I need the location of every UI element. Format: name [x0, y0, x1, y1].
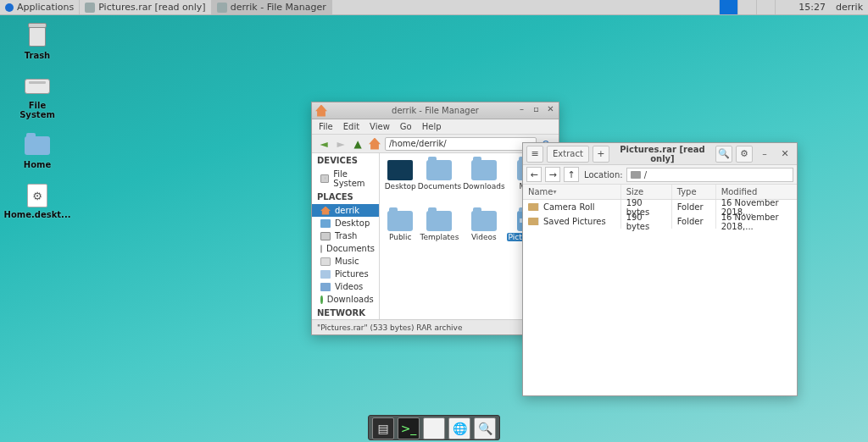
dock-web-browser[interactable]: 🌐: [448, 417, 470, 439]
col-size[interactable]: Size: [621, 185, 672, 199]
forward-button[interactable]: →: [545, 167, 560, 182]
sidebar-item-label: Desktop: [335, 218, 370, 228]
cell-name: Saved Pictures: [543, 217, 606, 226]
taskbar-item-filemanager[interactable]: derrik - File Manager: [212, 0, 332, 14]
settings-button[interactable]: ⚙: [736, 146, 753, 163]
folder-icon: [25, 136, 50, 155]
col-type[interactable]: Type: [672, 185, 716, 199]
desktop-icon-home-label: Home: [24, 160, 51, 169]
location-value: /home/derrik/: [389, 139, 447, 148]
dock-file-manager[interactable]: [423, 417, 445, 439]
menu-button[interactable]: ≡: [526, 146, 543, 163]
sidebar-item-pictures[interactable]: Pictures: [312, 268, 379, 280]
side-head-network: NETWORK: [312, 306, 379, 319]
desktop-icon-homedesktop[interactable]: Home.deskt...: [12, 183, 63, 219]
sidebar-item-filesystem[interactable]: File System: [312, 168, 379, 190]
add-button[interactable]: +: [593, 146, 609, 163]
applications-label: Applications: [17, 2, 74, 13]
sidebar-item-label: Music: [335, 257, 359, 266]
downloads-icon: [320, 296, 323, 304]
menu-edit[interactable]: Edit: [343, 122, 359, 131]
minimize-button[interactable]: –: [756, 146, 773, 163]
fm-sidebar: DEVICES File System PLACES derrik Deskto…: [312, 153, 380, 319]
desktop-icon-trash[interactable]: Trash: [12, 24, 63, 60]
menu-go[interactable]: Go: [400, 122, 412, 131]
menu-view[interactable]: View: [370, 122, 390, 131]
documents-icon: [320, 245, 322, 253]
trash-icon: [29, 26, 46, 47]
grid-item-label: Videos: [471, 233, 497, 241]
grid-item-label: Downloads: [463, 182, 504, 191]
music-icon: [320, 257, 331, 266]
grid-item-templates[interactable]: Templates: [418, 211, 461, 258]
workspace-switcher-1[interactable]: [719, 0, 737, 14]
close-button[interactable]: ✕: [546, 105, 555, 114]
forward-button[interactable]: ►: [334, 137, 348, 151]
folder-icon: [387, 160, 413, 180]
col-name[interactable]: Name: [523, 185, 621, 199]
desktop-icon-trash-label: Trash: [25, 51, 50, 60]
menu-file[interactable]: File: [319, 122, 333, 131]
up-button[interactable]: ▲: [351, 137, 364, 151]
user-label: derrik: [836, 2, 863, 13]
desktop-icon-filesystem-label: File System: [12, 101, 63, 119]
user-menu[interactable]: derrik: [831, 0, 868, 14]
taskbar-item-filemanager-label: derrik - File Manager: [231, 2, 326, 13]
dock-terminal[interactable]: >_: [398, 417, 420, 439]
close-button[interactable]: ✕: [776, 146, 793, 163]
menu-help[interactable]: Help: [422, 122, 442, 131]
grid-item-documents[interactable]: Documents: [418, 160, 461, 207]
fm-menubar: File Edit View Go Help: [312, 119, 559, 135]
location-field[interactable]: /: [626, 168, 793, 182]
workspace-switcher-2[interactable]: [737, 0, 756, 14]
grid-item-label: Templates: [420, 233, 459, 241]
grid-item-public[interactable]: Public: [385, 211, 416, 258]
dock-show-desktop[interactable]: ▤: [372, 417, 394, 439]
top-panel: Applications Pictures.rar [read only] de…: [0, 0, 868, 15]
home-button[interactable]: [368, 137, 381, 151]
archive-icon: [85, 3, 95, 13]
clock[interactable]: 15:27: [793, 0, 831, 14]
sidebar-item-trash[interactable]: Trash: [312, 229, 379, 242]
sidebar-item-derrik[interactable]: derrik: [312, 204, 379, 217]
search-button[interactable]: 🔍: [715, 146, 732, 163]
back-button[interactable]: ◄: [317, 137, 331, 151]
archive-window: ≡ Extract + Pictures.rar [read only] 🔍 ⚙…: [522, 142, 798, 396]
table-row[interactable]: Saved Pictures 190 bytes Folder 16 Novem…: [523, 214, 797, 229]
sidebar-item-label: Pictures: [335, 269, 369, 279]
dock-app-finder[interactable]: 🔍: [474, 417, 496, 439]
applications-menu[interactable]: Applications: [0, 0, 80, 14]
pictures-icon: [320, 270, 331, 279]
location-label: Location:: [584, 170, 623, 180]
desktop-icon-filesystem[interactable]: File System: [12, 74, 63, 119]
home-icon: [320, 207, 331, 215]
workspace-switcher-3[interactable]: [756, 0, 775, 14]
sidebar-item-desktop[interactable]: Desktop: [312, 217, 379, 229]
fm-titlebar[interactable]: derrik - File Manager – ▫ ✕: [312, 102, 559, 119]
desktop-icon-home[interactable]: Home: [12, 133, 63, 169]
sidebar-item-documents[interactable]: Documents: [312, 242, 379, 255]
grid-item-videos[interactable]: Videos: [463, 211, 504, 258]
sidebar-item-label: File System: [333, 169, 373, 188]
panel-spacer: [332, 0, 719, 14]
grid-item-desktop[interactable]: Desktop: [385, 160, 416, 207]
location-field[interactable]: /home/derrik/: [385, 137, 537, 151]
cell-size: 190 bytes: [621, 214, 672, 229]
clock-label: 15:27: [798, 2, 826, 13]
desktop-icon: [320, 219, 331, 228]
sidebar-item-downloads[interactable]: Downloads: [312, 293, 379, 306]
workspace-switcher-4[interactable]: [775, 0, 793, 14]
col-modified[interactable]: Modified: [716, 185, 797, 199]
up-button[interactable]: ↑: [564, 167, 579, 182]
extract-button[interactable]: Extract: [547, 146, 589, 163]
location-value: /: [644, 170, 647, 180]
folder-icon: [471, 211, 497, 231]
grid-item-downloads[interactable]: Downloads: [463, 160, 504, 207]
back-button[interactable]: ←: [526, 167, 542, 182]
side-head-devices: DEVICES: [312, 153, 379, 168]
sidebar-item-music[interactable]: Music: [312, 255, 379, 268]
minimize-button[interactable]: –: [517, 105, 526, 114]
taskbar-item-archive[interactable]: Pictures.rar [read only]: [80, 0, 211, 14]
maximize-button[interactable]: ▫: [531, 105, 541, 114]
sidebar-item-videos[interactable]: Videos: [312, 280, 379, 293]
